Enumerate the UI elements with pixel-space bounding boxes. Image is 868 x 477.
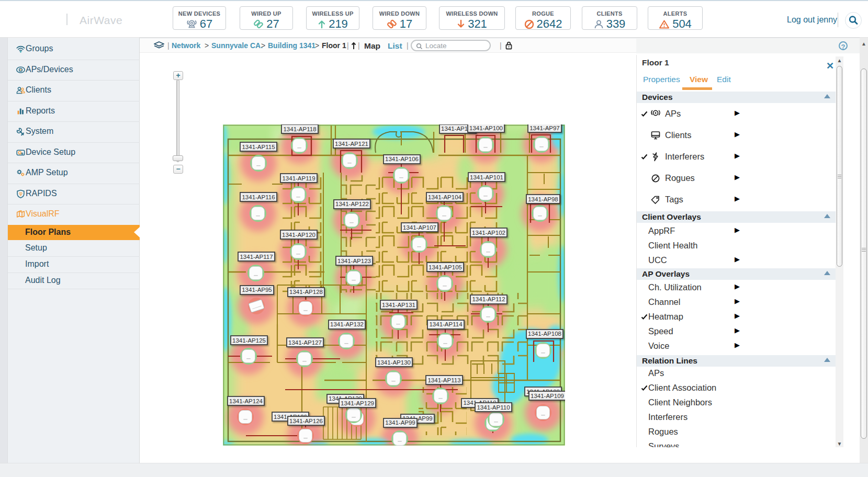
svg-text:1341-AP101: 1341-AP101 [470, 174, 503, 180]
svg-text:1341-AP109: 1341-AP109 [531, 393, 564, 399]
svg-text:1341-AP128: 1341-AP128 [289, 289, 323, 295]
svg-text:1341-AP120: 1341-AP120 [282, 232, 315, 238]
svg-text:1341-AP99: 1341-AP99 [385, 419, 415, 426]
svg-text:1341-AP131: 1341-AP131 [382, 302, 415, 308]
svg-text:1341-AP125: 1341-AP125 [232, 337, 266, 344]
svg-text:1341-AP112: 1341-AP112 [472, 296, 505, 302]
svg-text:1341-AP119: 1341-AP119 [282, 175, 315, 181]
svg-text:1341-AP98: 1341-AP98 [528, 196, 558, 202]
svg-text:1341-AP126: 1341-AP126 [289, 418, 323, 424]
svg-text:1341-AP121: 1341-AP121 [335, 141, 368, 147]
svg-text:1341-AP130: 1341-AP130 [377, 359, 411, 366]
svg-text:1341-AP107: 1341-AP107 [403, 224, 436, 231]
svg-text:1341-AP100: 1341-AP100 [469, 125, 503, 131]
svg-text:1341-AP108: 1341-AP108 [528, 331, 561, 337]
svg-text:1341-AP123: 1341-AP123 [337, 258, 371, 264]
svg-text:1341-AP104: 1341-AP104 [428, 194, 462, 200]
svg-text:1341-AP110: 1341-AP110 [477, 404, 510, 411]
svg-text:1341-AP113: 1341-AP113 [427, 377, 460, 383]
svg-text:1341-AP127: 1341-AP127 [288, 339, 322, 346]
svg-text:1341-AP106: 1341-AP106 [385, 156, 419, 162]
svg-text:1341-AP115: 1341-AP115 [242, 144, 275, 150]
svg-text:1341-AP122: 1341-AP122 [335, 201, 369, 207]
svg-text:1341-AP116: 1341-AP116 [242, 194, 275, 200]
svg-text:1341-AP105: 1341-AP105 [429, 264, 462, 270]
svg-text:1341-AP132: 1341-AP132 [330, 321, 364, 327]
svg-text:1341-AP118: 1341-AP118 [283, 126, 316, 132]
svg-text:1341-AP95: 1341-AP95 [242, 287, 272, 293]
svg-text:1341-AP117: 1341-AP117 [240, 254, 273, 260]
svg-text:1341-AP114: 1341-AP114 [429, 321, 463, 327]
svg-text:1341-AP124: 1341-AP124 [229, 398, 263, 404]
svg-text:1341-AP129: 1341-AP129 [341, 400, 374, 406]
svg-text:1341-AP97: 1341-AP97 [529, 125, 560, 131]
svg-text:1341-AP102: 1341-AP102 [472, 230, 505, 236]
